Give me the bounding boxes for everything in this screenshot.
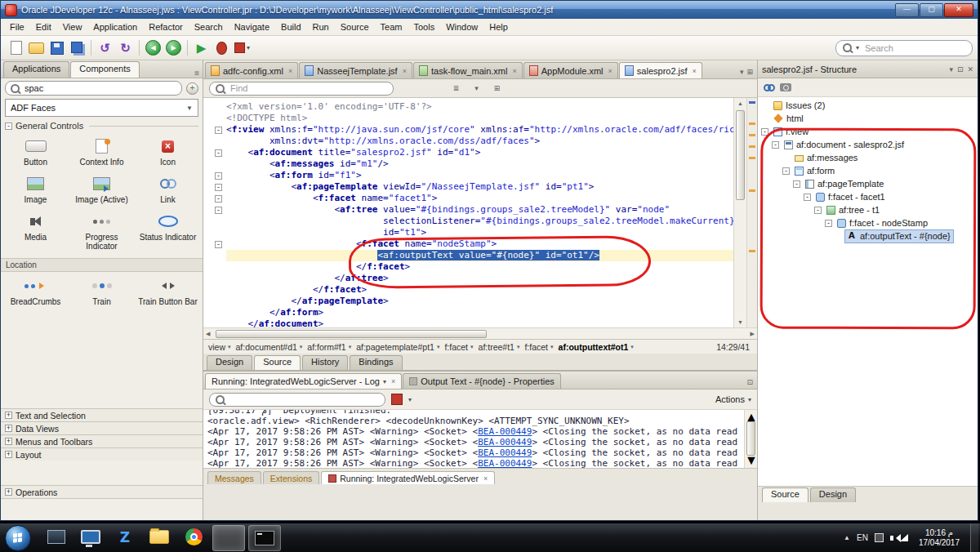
scroll-right-icon[interactable]: ▶ <box>751 328 755 339</box>
palette-item-status-indicator[interactable]: Status Indicator <box>135 210 201 253</box>
scrollbar-thumb[interactable] <box>746 421 755 456</box>
structure-node-f-facet-nodestamp[interactable]: -f:facet - nodeStamp <box>758 216 978 229</box>
save-all-button[interactable] <box>67 38 87 57</box>
log-minitab-extensions[interactable]: Extensions <box>263 471 319 484</box>
open-button[interactable] <box>26 38 47 57</box>
structure-node-af-outputtext-node[interactable]: af:outputText - #{node} <box>758 229 978 243</box>
fold-toggle-icon[interactable]: - <box>215 127 222 134</box>
code-area[interactable]: <?xml version='1.0' encoding='UTF-8'?><!… <box>203 98 733 327</box>
palette-item-context-info[interactable]: Context Info <box>69 135 135 169</box>
menu-item-view[interactable]: View <box>57 20 88 33</box>
code-line[interactable]: selectionListener="#{bindings.groups_sal… <box>203 216 733 227</box>
log-minitab-running-integratedweblogicserver[interactable]: Running: IntegratedWebLogicServer× <box>321 471 495 484</box>
horizontal-scrollbar[interactable]: ◀ ▶ <box>203 327 757 339</box>
fold-toggle-icon[interactable]: - <box>215 184 222 191</box>
structure-header[interactable]: salespro2.jsf - Structure ▾ ⊡ ✕ <box>758 60 978 78</box>
palette-section-layout[interactable]: +Layout <box>1 447 203 461</box>
fold-toggle-icon[interactable]: - <box>215 195 222 203</box>
menu-item-help[interactable]: Help <box>483 20 514 33</box>
code-line[interactable]: </f:facet> <box>203 284 733 296</box>
editor-view-tab-bindings[interactable]: Bindings <box>350 355 402 370</box>
breadcrumb-item[interactable]: f:facet <box>443 342 469 352</box>
collapse-icon[interactable]: - <box>793 180 800 188</box>
structure-node-f-facet-facet1[interactable]: -f:facet - facet1 <box>758 190 978 203</box>
structure-node-issues-2[interactable]: Issues (2) <box>758 99 978 112</box>
close-icon[interactable]: × <box>512 67 516 75</box>
start-button[interactable] <box>5 525 31 551</box>
maximize-button[interactable]: ▢ <box>920 3 943 17</box>
log-line[interactable]: <Apr 17, 2017 9:58:26 PM AST> <Warning> … <box>207 426 740 437</box>
scroll-down-icon[interactable]: ▼ <box>734 317 746 327</box>
collapse-icon[interactable]: - <box>761 128 768 136</box>
editor-view-tab-design[interactable]: Design <box>207 355 252 370</box>
redo-button[interactable]: ↻ <box>115 38 136 57</box>
undo-button[interactable]: ↺ <box>95 38 115 57</box>
code-line[interactable]: <?xml version='1.0' encoding='UTF-8'?> <box>203 101 733 113</box>
code-line[interactable]: id="t1"> <box>203 227 733 238</box>
palette-section-menus-and-toolbars[interactable]: +Menus and Toolbars <box>1 434 203 447</box>
close-icon[interactable]: × <box>403 67 407 75</box>
menu-item-edit[interactable]: Edit <box>30 20 57 33</box>
menu-item-build[interactable]: Build <box>275 20 306 33</box>
palette-menu-icon[interactable]: ≡ <box>194 69 199 78</box>
log-scrollbar[interactable]: ▲ ▼ <box>744 410 757 468</box>
code-line[interactable]: - <af:form id="f1"> <box>203 170 733 181</box>
chevron-down-icon[interactable]: ▾ <box>949 65 953 73</box>
log-output[interactable]: [09:58:17 م] Deployment finished.<oracle… <box>203 410 744 468</box>
taskbar-app-chrome[interactable] <box>178 525 209 550</box>
palette-library-select[interactable]: ADF Faces ▼ <box>5 99 198 117</box>
expand-icon[interactable]: + <box>5 488 12 496</box>
editor-tab-nasseejtemplate-jsf[interactable]: NasseejTemplate.jsf× <box>299 62 412 78</box>
debug-button[interactable] <box>212 38 232 57</box>
palette-tab-components[interactable]: Components <box>70 61 139 78</box>
log-line[interactable]: [09:58:17 م] Deployment finished. <box>207 410 740 416</box>
menu-item-source[interactable]: Source <box>335 20 375 33</box>
taskbar-app-viewer[interactable] <box>41 525 72 550</box>
structure-tab-source[interactable]: Source <box>762 487 808 502</box>
volume-icon[interactable] <box>890 536 893 541</box>
close-button[interactable]: ✕ <box>944 3 973 17</box>
code-line[interactable]: -<f:view xmlns:f="http://java.sun.com/js… <box>203 124 733 136</box>
restore-icon[interactable]: ⊡ <box>957 65 964 73</box>
expand-icon[interactable]: + <box>5 425 12 432</box>
palette-tab-applications[interactable]: Applications <box>3 61 69 78</box>
palette-section-data-views[interactable]: +Data Views <box>1 421 203 434</box>
find-settings-icon[interactable]: ⊞ <box>490 82 504 95</box>
chevron-down-icon[interactable]: ▾ <box>856 44 859 51</box>
structure-node-f-view[interactable]: -f:view <box>758 125 978 138</box>
code-line[interactable]: </af:pageTemplate> <box>203 296 733 307</box>
close-icon[interactable]: × <box>483 474 488 483</box>
editor-tab-adfc-config-xml[interactable]: adfc-config.xml× <box>205 62 298 78</box>
find-options-icon[interactable]: ▾ <box>470 82 483 95</box>
freeze-view-icon[interactable] <box>780 83 791 91</box>
structure-tab-design[interactable]: Design <box>810 487 856 502</box>
collapse-icon[interactable]: - <box>825 220 832 227</box>
palette-item-train-button-bar[interactable]: Train Button Bar <box>135 274 201 309</box>
hidden-icons-chevron[interactable]: ▲ <box>844 534 850 541</box>
palette-section-location[interactable]: Location <box>1 258 203 272</box>
code-line[interactable]: - <f:facet name="facet1"> <box>203 193 733 204</box>
breadcrumb-item[interactable]: af:outputtext#ot1 <box>558 342 630 352</box>
code-line[interactable]: - <af:tree value="#{bindings.groups_sale… <box>203 204 733 216</box>
breadcrumb-item[interactable]: af:document#d1 <box>235 342 298 352</box>
scroll-left-icon[interactable]: ◀ <box>206 328 210 339</box>
code-line[interactable]: <af:outputText value="#{node}" id="ot1"/… <box>203 250 733 261</box>
code-line[interactable]: </af:form> <box>203 307 733 318</box>
fold-toggle-icon[interactable]: - <box>215 207 222 214</box>
menu-item-refactor[interactable]: Refactor <box>143 20 189 33</box>
find-input[interactable] <box>229 82 387 94</box>
structure-node-af-pagetemplate[interactable]: -af:pageTemplate <box>758 177 978 190</box>
collapse-icon[interactable]: - <box>804 194 811 201</box>
palette-item-image-active[interactable]: Image (Active) <box>69 172 135 207</box>
code-line[interactable]: - <af:document title="salespro2.jsf" id=… <box>203 147 733 158</box>
taskbar-app-console[interactable] <box>248 525 281 551</box>
palette-section-text-and-selection[interactable]: +Text and Selection <box>1 408 203 421</box>
menu-item-window[interactable]: Window <box>440 20 483 33</box>
code-line[interactable]: </af:tree> <box>203 273 733 284</box>
chevron-down-icon[interactable]: ▾ <box>630 344 634 350</box>
chevron-down-icon[interactable]: ▾ <box>517 344 520 350</box>
structure-node-af-form[interactable]: -af:form <box>758 164 978 177</box>
code-line[interactable]: - <af:pageTemplate viewId="/NasseejTempl… <box>203 181 733 193</box>
split-editor-icon[interactable]: ⊞ <box>746 68 753 76</box>
menu-item-tools[interactable]: Tools <box>408 20 440 33</box>
